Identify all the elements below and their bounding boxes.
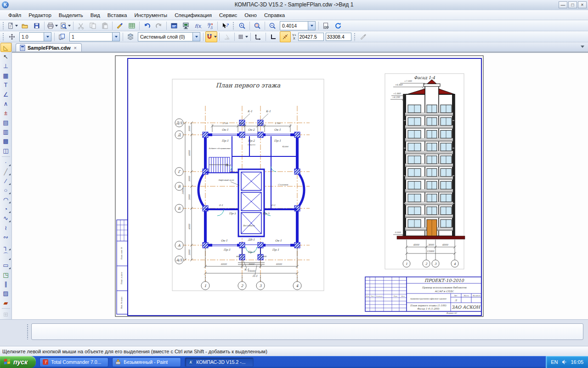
new-document-button[interactable]	[6, 20, 18, 31]
toolbar-grip[interactable]	[2, 33, 5, 41]
copy-button[interactable]	[87, 20, 98, 31]
chevron-down-icon[interactable]	[112, 33, 119, 41]
tool-collect-contour[interactable]: ◳	[0, 270, 11, 279]
facade-view[interactable]: Фасад 1-4+7.900+6.860+5.860+4.2000.00060…	[385, 74, 465, 269]
close-button[interactable]: ×	[578, 1, 587, 8]
paste-button[interactable]	[99, 20, 110, 31]
chevron-down-icon[interactable]	[308, 22, 315, 30]
tool-rectangle[interactable]: ▭	[0, 261, 11, 270]
tool-bezier[interactable]: ∾	[0, 232, 11, 242]
rounding-button[interactable]	[280, 31, 291, 42]
panel-editing[interactable]: ▦	[0, 71, 11, 80]
taskbar-item-kompas[interactable]: K КОМПАС-3D V15.2 -...	[185, 357, 254, 367]
taskbar-item-total-commander[interactable]: T Total Commander 7.0...	[40, 357, 108, 367]
panel-views[interactable]: ◫	[0, 146, 11, 155]
menu-insert[interactable]: Вставка	[104, 12, 131, 19]
panel-insert[interactable]: ▥	[0, 127, 11, 136]
tab-close-icon[interactable]: ×	[73, 45, 78, 51]
spreadsheet-button[interactable]	[126, 20, 137, 31]
tool-fillet[interactable]: ⌒	[0, 251, 11, 260]
minimize-button[interactable]: —	[559, 1, 567, 8]
dropdown-arrow-icon[interactable]	[68, 25, 71, 27]
toolbar-grip[interactable]	[232, 22, 235, 30]
menu-tools[interactable]: Инструменты	[130, 12, 171, 19]
coordinate-y-input[interactable]	[326, 33, 351, 41]
menu-service[interactable]: Сервис	[215, 12, 241, 19]
document-tab[interactable]: SampleFPlan.cdw ×	[16, 43, 82, 52]
toolbar-grip[interactable]	[354, 33, 356, 41]
dropdown-arrow-icon[interactable]	[55, 25, 58, 27]
volume-icon[interactable]	[561, 359, 567, 365]
local-cs-button[interactable]	[253, 31, 264, 42]
copy-properties-button[interactable]	[114, 20, 125, 31]
grid-button[interactable]	[237, 31, 249, 42]
tool-equidistant[interactable]: ∥	[0, 279, 11, 288]
tab-overflow-icon[interactable]	[581, 46, 584, 48]
undo-button[interactable]	[141, 20, 153, 31]
dropdown-arrow-icon[interactable]	[15, 25, 18, 27]
tool-segment[interactable]: ∕	[0, 176, 11, 185]
chevron-down-icon[interactable]	[44, 33, 51, 41]
panel-parametrization[interactable]: Τ	[0, 80, 11, 90]
library-manager-button[interactable]	[181, 20, 192, 31]
panel-geometry[interactable]: ◺	[0, 43, 11, 52]
cut-button[interactable]	[75, 20, 86, 31]
layer-combo[interactable]: Системный слой (0)	[138, 32, 200, 41]
tool-spline[interactable]: ∿	[0, 214, 11, 223]
menu-help[interactable]: Справка	[260, 12, 288, 19]
menu-specification[interactable]: Спецификация	[171, 12, 215, 19]
document-manager-button[interactable]	[169, 20, 180, 31]
variables-button[interactable]: f(x)	[192, 20, 204, 31]
menu-view[interactable]: Вид	[87, 12, 104, 19]
tool-hatch[interactable]: ▨	[0, 289, 11, 298]
property-bar-field[interactable]	[31, 323, 583, 340]
menu-file[interactable]: Файл	[5, 12, 25, 19]
dropdown-arrow-icon[interactable]	[245, 36, 248, 38]
floor-plan-view[interactable]: План первого этажаК-1К-117006006001700Ок…	[172, 79, 324, 291]
redo-button[interactable]	[153, 20, 164, 31]
menu-editor[interactable]: Редактор	[25, 12, 55, 19]
tool-arc[interactable]: ◠	[0, 195, 11, 204]
tool-fill[interactable]: ▰	[0, 298, 11, 307]
current-scale-button[interactable]	[6, 31, 17, 42]
print-button[interactable]	[46, 20, 58, 31]
view-combo[interactable]: 1	[69, 32, 120, 41]
panel-specification[interactable]: ±	[0, 109, 11, 118]
scale-combo[interactable]: 1.0	[19, 32, 51, 41]
drawing-canvas[interactable]: План первого этажаК-1К-117006006001700Ок…	[12, 52, 588, 319]
panel-reports[interactable]: ▤	[0, 118, 11, 127]
tool-point[interactable]: ∙	[0, 157, 11, 167]
property-bar-grip[interactable]	[27, 324, 29, 339]
coordinate-x-input[interactable]	[298, 33, 324, 41]
snap-magnet-button[interactable]	[205, 31, 217, 42]
orthogonal-drawing-button[interactable]	[268, 31, 279, 42]
view-manager-button[interactable]	[57, 31, 68, 42]
zoom-by-frame-button[interactable]	[252, 20, 263, 31]
angle-snap-button[interactable]	[221, 31, 232, 42]
tool-chamfer[interactable]: ┐	[0, 242, 11, 251]
taskbar-item-paint[interactable]: Безымянный - Paint	[112, 357, 181, 367]
chevron-down-icon[interactable]	[192, 33, 200, 41]
panel-applications[interactable]: ▩	[0, 137, 11, 146]
layer-manager-button[interactable]	[125, 31, 136, 42]
zoom-current-button[interactable]	[267, 20, 278, 31]
maximize-button[interactable]: □	[568, 1, 577, 8]
drawing-area[interactable]: План первого этажаК-1К-117006006001700Ок…	[12, 52, 588, 319]
tool-ellipse[interactable]: ◔	[0, 204, 11, 213]
panel-dimensions[interactable]: ↖	[0, 52, 11, 61]
language-indicator[interactable]: EN	[551, 359, 558, 365]
context-help-button[interactable]: ?	[220, 20, 231, 31]
tool-stamp[interactable]: ⊞	[0, 310, 11, 319]
tool-circle[interactable]: ○	[0, 186, 11, 195]
panel-selection[interactable]: ∧	[0, 99, 11, 108]
zoom-in-button[interactable]	[237, 20, 248, 31]
tool-polyline[interactable]: ≀	[0, 223, 11, 232]
panel-measure[interactable]: ∠	[0, 90, 11, 99]
refresh-view-button[interactable]	[333, 20, 344, 31]
panel-designations[interactable]: ⊥	[0, 62, 11, 71]
menu-window[interactable]: Окно	[241, 12, 260, 19]
open-document-button[interactable]	[19, 20, 30, 31]
copy-properties-disabled-button[interactable]	[358, 31, 369, 42]
start-button[interactable]: пуск	[0, 356, 36, 368]
toolbar-grip[interactable]	[2, 22, 5, 30]
